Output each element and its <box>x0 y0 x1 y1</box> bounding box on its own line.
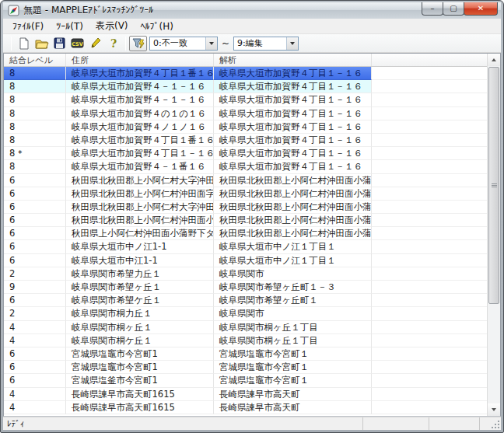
column-header-parsed[interactable]: 解析 <box>214 54 372 66</box>
table-row[interactable]: 9岐阜県関市希望ヶ丘１岐阜県関市希望ヶ丘町１－３ <box>4 281 487 294</box>
level-cell: 8* <box>4 147 66 160</box>
table-row[interactable]: 6宮城県塩竈市今宮町1宮城県塩竈市今宮町１ <box>4 361 487 374</box>
table-row[interactable]: 8岐阜県大垣市加賀野４－１－１６岐阜県大垣市加賀野４丁目１－１６ <box>4 80 487 93</box>
open-folder-icon <box>35 38 49 49</box>
table-row[interactable]: 6秋田県北秋田郡上小阿仁村大字沖田面小...秋田県北秋田郡上小阿仁村沖田面小蒲野… <box>4 201 487 214</box>
table-row[interactable]: 6宮城県塩釜市今宮町1宮城県塩竈市今宮町１ <box>4 374 487 387</box>
filler-cell <box>372 187 487 201</box>
filler-cell <box>372 334 487 347</box>
filler-cell <box>372 361 487 374</box>
table-row[interactable]: 8岐阜県大垣市加賀野４－１番１６岐阜県大垣市加賀野４丁目１－１６ <box>4 160 487 173</box>
parsed-cell: 宮城県塩竈市今宮町１ <box>214 347 372 361</box>
table-row[interactable]: 6宮城県塩竈市今宮町1宮城県塩竈市今宮町１ <box>4 347 487 361</box>
csv-export-button[interactable]: CSV <box>68 36 86 51</box>
resize-grip-icon[interactable] <box>491 420 500 429</box>
level-cell: 6 <box>4 240 66 253</box>
table-row[interactable]: 8岐阜県大垣市加賀野４の１の１６岐阜県大垣市加賀野４丁目１－１６ <box>4 107 487 120</box>
level-cell: 4 <box>4 321 66 334</box>
parsed-cell: 岐阜県大垣市加賀野４丁目１－１６ <box>214 147 372 160</box>
column-header-level[interactable]: 結合レベル <box>4 54 66 66</box>
column-header-address[interactable]: 住所 <box>66 54 214 66</box>
table-body: 8岐阜県大垣市加賀野４丁目１番１６号岐阜県大垣市加賀野４丁目１－１６8岐阜県大垣… <box>4 67 487 414</box>
level-cell: 6 <box>4 201 66 214</box>
level-cell: 8 <box>4 67 66 80</box>
address-cell: 宮城県塩釜市今宮町1 <box>66 374 214 387</box>
table-grid: 結合レベル 住所 解析 8岐阜県大垣市加賀野４丁目１番１６号岐阜県大垣市加賀野４… <box>4 54 487 416</box>
table-row[interactable]: 4長崎県諫早市高天町1615長崎県諫早市高天町 <box>4 388 487 401</box>
window-title: 無題 - MAPPLEｱﾄﾞﾚｽﾏｯﾁﾝｸﾞﾂｰﾙ <box>23 4 153 17</box>
scrollbar-track[interactable] <box>488 66 500 403</box>
address-cell: 岐阜県関市希望ヶ丘１ <box>66 281 214 294</box>
table-row[interactable]: 2岐阜県関市希望力丘１岐阜県関市 <box>4 267 487 281</box>
parsed-cell: 秋田県北秋田郡上小阿仁村沖田面小蒲野... <box>214 227 372 240</box>
filler-cell <box>372 174 487 187</box>
table-row[interactable]: 6秋田県北秋田郡上小阿仁村沖田面字小蒲...秋田県北秋田郡上小阿仁村沖田面小蒲野… <box>4 187 487 201</box>
new-document-icon <box>19 37 30 50</box>
close-button[interactable]: ✕ <box>464 2 498 16</box>
table-row[interactable]: 8岐阜県大垣市加賀野４丁目１番１６岐阜県大垣市加賀野４丁目１－１６ <box>4 134 487 147</box>
table-row[interactable]: 6岐阜県大垣市中江1-1岐阜県大垣市中ノ江１丁目１ <box>4 254 487 267</box>
table-row[interactable]: 6岐阜県大垣市中ノ江1-1岐阜県大垣市中ノ江１丁目１ <box>4 240 487 253</box>
filter-button[interactable] <box>129 36 147 51</box>
minimize-button[interactable]: – <box>422 2 443 16</box>
menu-help[interactable]: ﾍﾙﾌﾟ(H) <box>135 19 180 33</box>
chevron-down-icon[interactable] <box>286 37 298 50</box>
status-text: ﾚﾃﾞｨ <box>3 419 362 429</box>
maximize-button[interactable]: ▢ <box>443 2 464 16</box>
new-document-button[interactable] <box>15 36 33 51</box>
edit-button[interactable] <box>86 36 104 51</box>
menu-file[interactable]: ﾌｧｲﾙ(F) <box>6 19 50 33</box>
level-cell: 2 <box>4 267 66 281</box>
chevron-down-icon[interactable] <box>205 37 217 50</box>
address-table: 結合レベル 住所 解析 8岐阜県大垣市加賀野４丁目１番１６号岐阜県大垣市加賀野４… <box>3 53 501 417</box>
level-cell: 6 <box>4 347 66 361</box>
menu-bar: ﾌｧｲﾙ(F) ﾂｰﾙ(T) 表示(V) ﾍﾙﾌﾟ(H) <box>3 19 501 34</box>
filter-from-combobox[interactable]: 0:不一致 <box>149 37 218 51</box>
csv-export-icon: CSV <box>71 37 84 49</box>
app-window: 無題 - MAPPLEｱﾄﾞﾚｽﾏｯﾁﾝｸﾞﾂｰﾙ – ▢ ✕ ﾌｧｲﾙ(F) … <box>0 0 504 433</box>
menu-view[interactable]: 表示(V) <box>89 18 135 34</box>
filler-cell <box>372 80 487 93</box>
address-cell: 岐阜県関市桐力丘１ <box>66 307 214 320</box>
table-row[interactable]: 4岐阜県関市桐ヶ丘１岐阜県関市桐ヶ丘１丁目 <box>4 321 487 334</box>
filter-from-value: 0:不一致 <box>150 37 205 49</box>
table-row[interactable]: 6秋田県北秋田郡上小阿仁村沖田面小蒲野...秋田県北秋田郡上小阿仁村沖田面小蒲野… <box>4 214 487 227</box>
svg-text:CSV: CSV <box>72 41 83 47</box>
table-row[interactable]: 6秋田県上小阿仁村沖田面小蒲野下タ川原5秋田県北秋田郡上小阿仁村沖田面小蒲野..… <box>4 227 487 240</box>
filler-cell <box>372 240 487 253</box>
parsed-cell: 岐阜県関市桐ヶ丘１丁目 <box>214 334 372 347</box>
parsed-cell: 岐阜県関市 <box>214 267 372 281</box>
table-row[interactable]: 8岐阜県大垣市加賀野４ノ１ノ１６岐阜県大垣市加賀野４丁目１－１６ <box>4 120 487 134</box>
table-row[interactable]: 8岐阜県大垣市加賀野４丁目１番１６号岐阜県大垣市加賀野４丁目１－１６ <box>4 67 487 80</box>
table-row[interactable]: 6秋田県北秋田郡上小阿仁村大字沖田面字...秋田県北秋田郡上小阿仁村沖田面小蒲野… <box>4 174 487 187</box>
table-row[interactable]: 8岐阜県大垣市加賀野４－１－１６岐阜県大垣市加賀野４丁目１－１６ <box>4 93 487 107</box>
filler-cell <box>372 201 487 214</box>
parsed-cell: 岐阜県大垣市中ノ江１丁目１ <box>214 240 372 253</box>
filler-cell <box>372 147 487 160</box>
scroll-up-icon[interactable] <box>488 54 500 66</box>
table-row[interactable]: 2岐阜県関市桐力丘１岐阜県関市 <box>4 307 487 320</box>
menu-tools[interactable]: ﾂｰﾙ(T) <box>50 19 89 33</box>
filler-cell <box>372 294 487 307</box>
address-cell: 宮城県塩竈市今宮町1 <box>66 361 214 374</box>
scrollbar-thumb[interactable] <box>488 67 499 304</box>
address-cell: 岐阜県関市桐ケ丘１ <box>66 334 214 347</box>
filter-funnel-icon <box>132 37 145 49</box>
parsed-cell: 秋田県北秋田郡上小阿仁村沖田面小蒲野... <box>214 201 372 214</box>
filter-to-combobox[interactable]: 9:編集 <box>233 37 299 51</box>
save-button[interactable] <box>51 36 68 51</box>
level-cell: 6 <box>4 227 66 240</box>
title-bar[interactable]: 無題 - MAPPLEｱﾄﾞﾚｽﾏｯﾁﾝｸﾞﾂｰﾙ – ▢ ✕ <box>3 2 501 19</box>
scroll-down-icon[interactable] <box>488 403 500 416</box>
edit-pencil-icon <box>90 37 101 49</box>
open-file-button[interactable] <box>33 36 51 51</box>
table-row[interactable]: 8*岐阜県大垣市加賀野４丁目１－１６岐阜県大垣市加賀野４丁目１－１６ <box>4 147 487 160</box>
table-row[interactable]: 6岐阜県関市希望ケ丘１岐阜県関市希望ヶ丘町１ <box>4 294 487 307</box>
vertical-scrollbar[interactable] <box>487 54 500 416</box>
table-row[interactable]: 4長崎県諌早市高天町1615長崎県諫早市高天町 <box>4 401 487 414</box>
help-button[interactable]: ? <box>104 36 122 51</box>
level-cell: 6 <box>4 187 66 201</box>
address-cell: 秋田県北秋田郡上小阿仁村沖田面小蒲野... <box>66 214 214 227</box>
table-row[interactable]: 4岐阜県関市桐ケ丘１岐阜県関市桐ヶ丘１丁目 <box>4 334 487 347</box>
level-cell: 8 <box>4 160 66 173</box>
